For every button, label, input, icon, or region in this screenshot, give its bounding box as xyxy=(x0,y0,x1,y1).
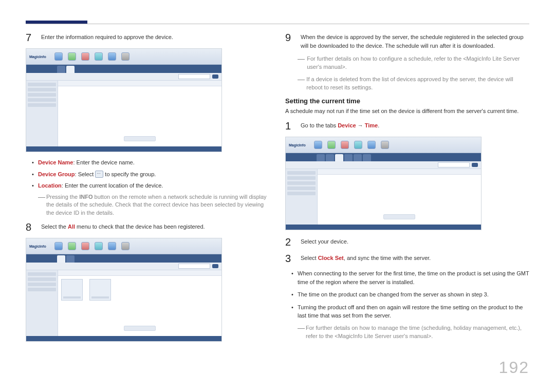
step-text: Select Clock Set, and sync the time with… xyxy=(301,253,529,264)
step-text: Go to the tabs Device → Time. xyxy=(301,120,529,132)
search-box xyxy=(178,74,210,79)
bullet-device-name: Device Name: Enter the device name. xyxy=(38,158,270,167)
dash-icon: ― xyxy=(298,55,304,71)
tab-active xyxy=(66,66,75,73)
tab xyxy=(57,66,65,73)
note-device-deleted: ― If a device is deleted from the list o… xyxy=(285,76,529,92)
section-title: Setting the current time xyxy=(285,97,529,105)
step-number: 3 xyxy=(285,253,294,264)
time-sub-bullets: When connecting to the server for the fi… xyxy=(285,269,529,320)
step-2: 2 Select your device. xyxy=(285,236,529,248)
step-number: 2 xyxy=(285,236,294,248)
sub-bullet: The time on the product can be changed f… xyxy=(298,290,529,299)
page-number: 192 xyxy=(26,358,529,377)
nav-icon xyxy=(95,52,103,61)
app-logo: MagicInfo xyxy=(29,245,46,248)
screenshot-device-registered: MagicInfo xyxy=(26,238,222,342)
step-text: Select your device. xyxy=(301,236,529,248)
note-info-button: ― Pressing the INFO button on the remote… xyxy=(26,193,270,218)
nav-icon xyxy=(68,52,76,61)
step-9: 9 When the device is approved by the ser… xyxy=(285,32,529,50)
note-schedule-manual: ― For further details on how to configur… xyxy=(285,55,529,71)
bullet-location: Location: Enter the current location of … xyxy=(38,181,270,190)
step-number: 9 xyxy=(285,32,294,50)
step-3: 3 Select Clock Set, and sync the time wi… xyxy=(285,253,529,264)
nav-icon xyxy=(108,52,116,61)
group-select-icon xyxy=(95,171,103,178)
header-rule xyxy=(26,24,529,24)
nav-icon xyxy=(54,52,63,61)
screenshot-time-tab: MagicInfo xyxy=(285,137,482,230)
left-column: 7 Enter the information required to appr… xyxy=(26,32,270,348)
bullet-device-group: Device Group: Select to specify the grou… xyxy=(38,170,270,179)
dash-icon: ― xyxy=(298,324,303,341)
dash-icon: ― xyxy=(38,193,43,218)
two-column-layout: 7 Enter the information required to appr… xyxy=(26,32,529,348)
step-text: Enter the information required to approv… xyxy=(41,32,270,43)
screenshot-approve-device: MagicInfo xyxy=(26,48,222,152)
step-number: 7 xyxy=(26,32,35,43)
step-number: 1 xyxy=(285,120,294,132)
step-text: When the device is approved by the serve… xyxy=(301,32,529,50)
nav-icon xyxy=(121,52,130,61)
device-info-bullets: Device Name: Enter the device name. Devi… xyxy=(26,158,270,190)
step-1: 1 Go to the tabs Device → Time. xyxy=(285,120,529,132)
device-thumbnail xyxy=(61,279,83,301)
app-logo: MagicInfo xyxy=(29,55,46,59)
app-logo: MagicInfo xyxy=(289,143,306,147)
nav-icon xyxy=(81,52,89,61)
note-time-manual: ― For further details on how to manage t… xyxy=(285,324,529,341)
device-thumbnail xyxy=(89,279,111,301)
step-8: 8 Select the All menu to check that the … xyxy=(26,221,270,233)
dash-icon: ― xyxy=(298,76,303,92)
sub-bullet: Turning the product off and then on agai… xyxy=(298,303,529,320)
step-number: 8 xyxy=(26,221,35,233)
section-lead: A schedule may not run if the time set o… xyxy=(285,107,529,116)
right-column: 9 When the device is approved by the ser… xyxy=(285,32,529,348)
sub-bullet: When connecting to the server for the fi… xyxy=(298,269,529,286)
step-7: 7 Enter the information required to appr… xyxy=(26,32,270,43)
search-btn xyxy=(212,74,218,79)
step-text: Select the All menu to check that the de… xyxy=(41,221,270,233)
